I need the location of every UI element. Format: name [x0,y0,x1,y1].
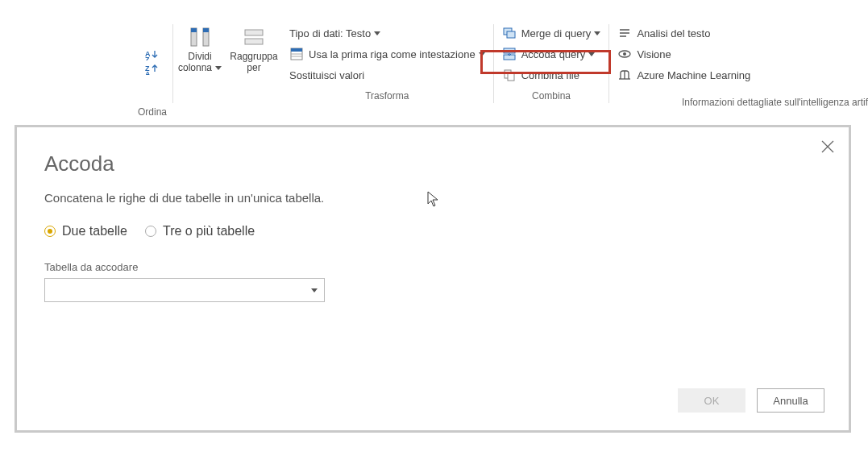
svg-rect-15 [507,31,515,38]
analisi-testo-label: Analisi del testo [637,27,710,39]
cancel-button[interactable]: Annulla [757,388,824,413]
chevron-down-icon [374,31,380,35]
sostituisci-valori-button[interactable]: Sostituisci valori [286,64,488,85]
use-first-row-icon [289,47,304,61]
visione-button[interactable]: Visione [614,44,754,64]
dividi-colonna-button[interactable]: Dividi colonna [173,23,226,74]
radio-three-tables[interactable]: Tre o più tabelle [145,224,255,238]
svg-rect-11 [291,48,302,52]
radio-selected-icon [44,226,56,237]
combo-label: Tabella da accodare [44,261,821,273]
azure-ml-icon [617,68,632,82]
visione-label: Visione [637,48,671,60]
cancel-label: Annulla [773,395,808,407]
radio-unselected-icon [145,226,156,237]
prima-riga-button[interactable]: Usa la prima riga come intestazione [286,44,488,64]
azure-ml-label: Azure Machine Learning [637,69,750,81]
raggruppa-label-2: per [247,63,260,74]
dividi-label-1: Dividi [188,51,211,62]
text-analytics-icon [617,26,632,40]
close-button[interactable] [820,139,836,155]
radio-group-tables: Due tabelle Tre o più tabelle [44,224,821,238]
analisi-testo-button[interactable]: Analisi del testo [614,23,754,44]
merge-query-label: Merge di query [521,27,592,39]
dialog-title: Accoda [44,151,821,176]
radio-two-tables[interactable]: Due tabelle [44,224,127,238]
sort-asc-icon: AZ [145,48,160,62]
svg-rect-7 [203,28,209,32]
trasforma-group-label: Trasforma [365,90,409,102]
highlight-accoda-query [480,50,611,74]
sort-desc-icon: ZA [145,62,160,77]
azure-ml-button[interactable]: Azure Machine Learning [614,64,754,85]
chevron-down-icon [311,288,318,292]
raggruppa-per-button[interactable]: Raggruppa per [226,23,281,74]
svg-rect-9 [245,39,263,44]
svg-text:Z: Z [145,56,150,60]
chevron-down-icon [215,66,222,70]
sostituisci-label: Sostituisci valori [289,69,364,81]
merge-query-button[interactable]: Merge di query [499,23,604,44]
raggruppa-label-1: Raggruppa [230,52,277,63]
sort-desc-button[interactable]: ZA [145,62,160,77]
radio-two-label: Due tabelle [62,224,127,238]
dialog-button-row: OK Annulla [678,388,824,413]
group-by-icon [241,24,267,50]
svg-rect-6 [191,28,197,32]
ok-button[interactable]: OK [678,388,745,413]
ai-group-label: Informazioni dettagliate sull'intelligen… [682,97,868,108]
merge-query-icon [502,26,517,40]
vision-icon [617,47,632,61]
combina-group-label: Combina [532,90,571,102]
accoda-dialog: Accoda Concatena le righe di due tabelle… [15,125,851,433]
prima-riga-label: Usa la prima riga come intestazione [309,48,476,60]
radio-three-label: Tre o più tabelle [163,224,255,238]
tabella-da-accodare-combo[interactable] [44,278,325,302]
split-column-icon [187,24,213,50]
svg-text:A: A [145,70,151,75]
chevron-down-icon [594,31,600,35]
mouse-cursor-icon [427,191,440,207]
ribbon-group-trasforma: Tipo di dati: Testo Usa la prima riga co… [281,23,493,118]
ribbon-group-ordina: AZ ZA Ordina [132,23,172,118]
ordina-group-label: Ordina [138,106,167,118]
ok-label: OK [704,395,720,407]
dividi-label-2: colonna [178,62,212,73]
svg-rect-8 [245,30,263,35]
svg-point-24 [623,52,626,56]
tipo-dati-label: Tipo di dati: Testo [289,27,371,39]
sort-asc-button[interactable]: AZ [145,48,160,62]
tipo-dati-button[interactable]: Tipo di dati: Testo [286,23,488,44]
